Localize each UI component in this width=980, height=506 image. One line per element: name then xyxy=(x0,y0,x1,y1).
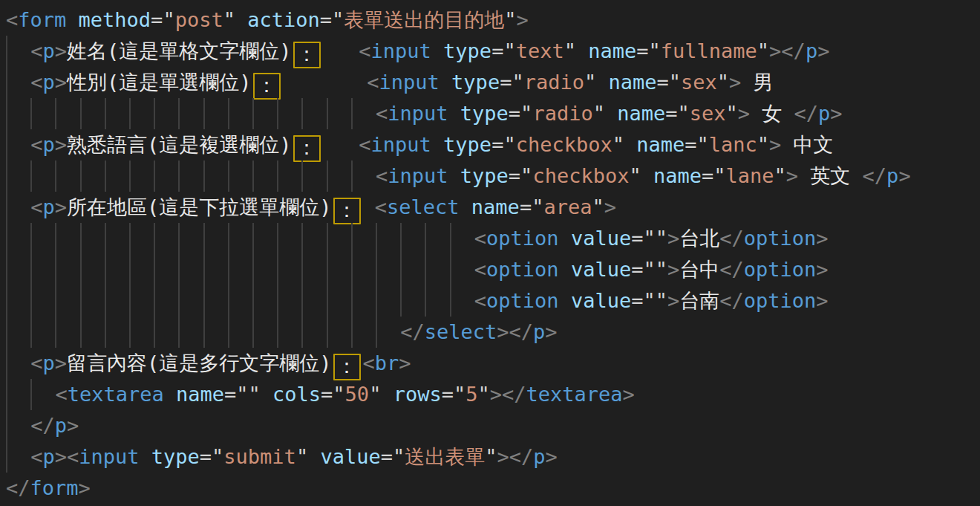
code-token: name xyxy=(636,133,685,156)
code-line: <form method="post" action="表單送出的目的地"> xyxy=(0,4,980,36)
code-editor[interactable]: <form method="post" action="表單送出的目的地"><p… xyxy=(0,0,980,506)
code-token xyxy=(381,383,393,406)
unicode-highlight-colon: ： xyxy=(253,73,281,100)
code-token xyxy=(261,383,272,406)
code-token xyxy=(559,289,571,312)
code-token: > xyxy=(817,39,829,62)
code-token: </ xyxy=(719,258,744,281)
code-token xyxy=(576,39,588,62)
code-token xyxy=(448,102,460,125)
code-token: "" xyxy=(643,258,667,281)
code-token: checkbox xyxy=(516,133,612,156)
code-token: > xyxy=(738,102,750,125)
code-token: sex xyxy=(690,102,726,125)
code-token: " xyxy=(504,8,516,31)
code-token: > xyxy=(816,227,828,250)
code-token xyxy=(559,258,571,281)
code-token: < xyxy=(359,39,370,62)
code-token xyxy=(431,39,443,62)
code-token: " xyxy=(477,383,489,406)
code-token: > xyxy=(545,320,557,343)
code-token: p xyxy=(818,102,830,125)
code-token: </ xyxy=(794,102,819,125)
code-token: text xyxy=(516,39,564,62)
indent-guides xyxy=(6,223,474,254)
code-token: post xyxy=(175,8,223,31)
code-token: < xyxy=(55,383,67,406)
code-token: input xyxy=(388,164,448,187)
code-line: <option value="">台中</option> xyxy=(0,254,980,285)
code-token: checkbox xyxy=(532,164,629,187)
indent-guides xyxy=(6,348,30,379)
code-token: option xyxy=(486,227,559,250)
code-token: < xyxy=(30,39,42,62)
code-token: " xyxy=(369,383,381,406)
code-token: p xyxy=(533,320,545,343)
code-token: >< xyxy=(55,445,79,468)
code-token: " xyxy=(726,102,738,125)
code-token xyxy=(363,195,375,218)
code-token: > xyxy=(729,71,741,94)
code-token xyxy=(460,195,471,218)
code-token: textarea xyxy=(68,383,164,406)
code-token: > xyxy=(830,102,842,125)
code-token: p xyxy=(42,39,54,62)
code-token: </ xyxy=(719,289,744,312)
code-token: type xyxy=(443,133,491,156)
code-token: " xyxy=(757,39,769,62)
code-token: = xyxy=(631,289,643,312)
code-token: = xyxy=(636,39,648,62)
code-token: input xyxy=(388,102,448,125)
code-token: ></ xyxy=(769,39,806,62)
code-token: > xyxy=(79,476,91,499)
code-token: input xyxy=(371,133,431,156)
code-token: < xyxy=(6,8,18,31)
code-token: option xyxy=(486,289,559,312)
code-token: p xyxy=(533,445,545,468)
code-token: fullname xyxy=(661,39,757,62)
code-token: > xyxy=(816,258,828,281)
code-token xyxy=(323,133,359,156)
code-token: = xyxy=(320,8,332,31)
code-token xyxy=(308,445,320,468)
code-token: > xyxy=(546,445,558,468)
code-token xyxy=(559,227,571,250)
code-token: p xyxy=(806,39,817,62)
code-token: = xyxy=(702,164,713,187)
code-token: < xyxy=(359,133,370,156)
code-token: </ xyxy=(400,320,425,343)
code-token: type xyxy=(151,445,200,468)
code-token: = xyxy=(657,71,669,94)
code-token: submit xyxy=(223,445,296,468)
code-token xyxy=(164,383,176,406)
code-token xyxy=(140,445,151,468)
indent-guides xyxy=(6,317,400,348)
code-token: " xyxy=(629,164,641,187)
code-token: lanc xyxy=(709,133,757,156)
unicode-highlight-colon: ： xyxy=(333,198,361,224)
code-token: " xyxy=(503,39,515,62)
code-token: = xyxy=(665,102,677,125)
code-token: value xyxy=(571,227,631,250)
code-token: " xyxy=(520,164,532,187)
code-token: 熟悉語言(這是複選欄位) xyxy=(67,133,292,156)
indent-guides xyxy=(6,98,376,129)
code-token xyxy=(605,102,617,125)
code-token: " xyxy=(485,445,497,468)
code-token: " xyxy=(296,445,308,468)
code-token: 50 xyxy=(345,383,370,406)
code-token: > xyxy=(667,227,679,250)
code-token: " xyxy=(717,71,729,94)
code-token: " xyxy=(774,164,786,187)
code-line: </p> xyxy=(0,410,980,441)
indent-guides xyxy=(6,67,30,98)
code-token: = xyxy=(631,227,643,250)
code-token: p xyxy=(42,445,54,468)
code-token: > xyxy=(816,289,828,312)
code-token: 台北 xyxy=(679,227,719,250)
code-token: value xyxy=(571,289,631,312)
code-token: 女 xyxy=(750,102,794,125)
code-token: < xyxy=(30,351,42,374)
code-token: radio xyxy=(524,71,584,94)
code-token: > xyxy=(55,71,67,94)
